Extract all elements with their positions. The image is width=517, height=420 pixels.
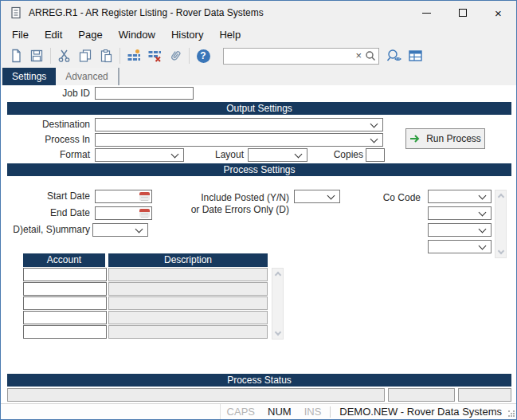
toolbar: ? × <box>1 44 516 68</box>
account-table-scrollbar[interactable] <box>272 268 284 340</box>
insert-rows-button[interactable] <box>123 46 144 65</box>
tab-advanced[interactable]: Advanced <box>56 68 119 85</box>
run-process-button[interactable]: Run Process <box>405 128 485 149</box>
scroll-down-icon[interactable] <box>275 329 281 336</box>
toolbar-separator <box>119 48 120 64</box>
layout-label: Layout <box>208 148 244 162</box>
status-message-area <box>1 404 221 419</box>
scroll-up-icon[interactable] <box>498 194 504 200</box>
search-magnifier-icon[interactable] <box>365 50 376 61</box>
save-icon <box>29 49 44 63</box>
document-icon <box>10 6 22 19</box>
status-bar: CAPS NUM INS DEMO.NEW - Rover Data Syste… <box>1 403 516 419</box>
include-posted-select[interactable] <box>294 190 340 203</box>
minimize-button[interactable] <box>409 1 445 25</box>
help-icon: ? <box>197 49 210 63</box>
co-code-select-4[interactable] <box>428 240 492 253</box>
menu-window[interactable]: Window <box>111 26 163 44</box>
co-code-select-2[interactable] <box>428 206 492 220</box>
menu-page[interactable]: Page <box>70 26 110 44</box>
copies-input[interactable] <box>366 148 385 162</box>
format-label: Format <box>1 148 90 162</box>
menu-history[interactable]: History <box>163 26 211 44</box>
cut-button[interactable] <box>54 46 75 65</box>
process-in-label: Process In <box>1 133 90 147</box>
copy-button[interactable] <box>75 46 96 65</box>
attachment-button[interactable] <box>165 46 186 65</box>
description-cell-2 <box>108 282 268 296</box>
description-cell-4 <box>108 311 268 324</box>
find-view-button[interactable] <box>384 46 405 65</box>
account-cell-2[interactable] <box>23 282 107 296</box>
tab-settings[interactable]: Settings <box>2 68 56 85</box>
new-document-icon <box>9 49 23 63</box>
calendar-icon[interactable] <box>139 209 150 218</box>
delete-rows-icon <box>147 49 162 63</box>
table-view-icon <box>408 49 423 63</box>
cut-icon <box>57 49 72 63</box>
end-date-input[interactable] <box>95 206 152 220</box>
form-content: Job ID Output Settings Destination Proce… <box>1 85 516 403</box>
process-status-field-1 <box>7 388 385 402</box>
end-date-label: End Date <box>1 206 90 220</box>
account-cell-1[interactable] <box>23 268 107 281</box>
new-document-button[interactable] <box>6 46 26 65</box>
format-select[interactable] <box>95 148 184 162</box>
help-button[interactable]: ? <box>193 46 213 65</box>
scroll-down-icon[interactable] <box>498 248 504 254</box>
include-posted-label-line2: or Date Errors Only (D) <box>186 203 289 217</box>
resize-grip[interactable] <box>508 410 511 414</box>
account-cell-5[interactable] <box>23 325 107 339</box>
co-code-label: Co Code <box>375 191 421 205</box>
start-date-input[interactable] <box>95 190 152 203</box>
paste-button[interactable] <box>96 46 116 65</box>
search-clear-icon[interactable]: × <box>355 49 362 61</box>
process-status-field-3 <box>458 388 511 402</box>
process-status-field-2 <box>388 388 455 402</box>
process-status-header: Process Status <box>7 374 511 387</box>
minimize-icon <box>422 13 431 14</box>
paste-icon <box>99 49 113 63</box>
scroll-up-icon[interactable] <box>275 272 281 278</box>
co-code-scrollbar[interactable] <box>495 190 507 258</box>
table-view-button[interactable] <box>405 46 425 65</box>
calendar-icon[interactable] <box>139 192 150 201</box>
menu-help[interactable]: Help <box>211 26 249 44</box>
copies-label: Copies <box>327 148 363 162</box>
layout-select[interactable] <box>248 148 307 162</box>
destination-select[interactable] <box>95 118 383 131</box>
co-code-select-1[interactable] <box>428 190 492 203</box>
run-arrow-icon <box>409 134 421 143</box>
ins-indicator: INS <box>298 406 328 418</box>
close-button[interactable]: × <box>480 1 516 25</box>
menu-file[interactable]: File <box>4 26 37 44</box>
job-id-input[interactable] <box>95 87 194 100</box>
delete-rows-button[interactable] <box>144 46 165 65</box>
copy-icon <box>78 49 92 63</box>
menu-bar: File Edit Page Window History Help <box>1 25 516 44</box>
description-cell-3 <box>108 296 268 310</box>
detail-summary-select[interactable] <box>92 223 148 237</box>
save-button[interactable] <box>26 46 47 65</box>
output-settings-header: Output Settings <box>7 102 511 115</box>
caps-indicator: CAPS <box>221 406 261 418</box>
destination-label: Destination <box>1 118 90 131</box>
account-column-header: Account <box>23 253 107 267</box>
start-date-label: Start Date <box>1 190 90 203</box>
process-settings-header: Process Settings <box>7 163 511 176</box>
search-box: × <box>223 48 379 65</box>
detail-summary-label: D)etail, S)ummary <box>1 223 90 237</box>
description-column-header: Description <box>108 253 268 267</box>
find-view-icon <box>386 49 402 63</box>
account-cell-3[interactable] <box>23 296 107 310</box>
description-cell-5 <box>108 325 268 339</box>
window-title: ARREG.R1 - AR Register Listing - Rover D… <box>29 7 264 18</box>
description-cell-1 <box>108 268 268 281</box>
co-code-select-3[interactable] <box>428 223 492 237</box>
process-in-select[interactable] <box>95 133 383 147</box>
account-cell-4[interactable] <box>23 311 107 324</box>
attachment-icon <box>168 49 182 63</box>
menu-edit[interactable]: Edit <box>37 26 70 44</box>
session-label: DEMO.NEW - Rover Data Systems <box>333 406 508 418</box>
maximize-button[interactable] <box>445 1 480 25</box>
